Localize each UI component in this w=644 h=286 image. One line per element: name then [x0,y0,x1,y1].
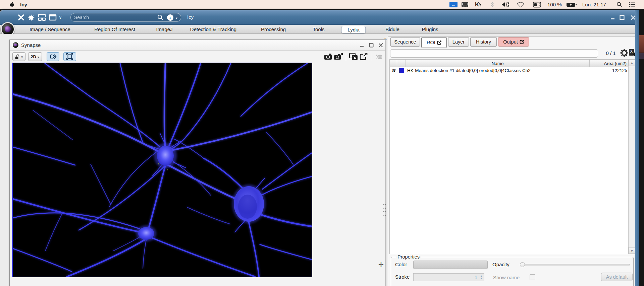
titlebar-search: i ∨ [70,13,181,22]
roi-filter-input[interactable] [390,49,598,58]
external-window-icon[interactable] [359,52,369,61]
layout-icon[interactable] [38,13,46,22]
chevron-down-icon[interactable]: ∨ [175,16,178,19]
panel-tab-output[interactable]: Output [498,37,529,47]
export-xls-icon[interactable]: X [628,49,635,59]
minimize-button[interactable] [609,14,616,21]
screenshot-icon[interactable] [323,52,333,61]
ribbon-tab-plugins[interactable]: Plugins [419,26,441,33]
as-default-button[interactable]: As default [601,273,633,281]
inspector-panel: Sequence ROI Layer History Output 0 / 1 … [388,36,635,286]
battery-icon[interactable] [566,0,577,9]
panel-tab-roi[interactable]: ROI [421,37,447,48]
ribbon-tab-image-sequence[interactable]: Image / Sequence [27,26,73,33]
view-mode-label: 2D [31,54,36,59]
wallpaper-fragment [639,53,644,59]
scroll-up-icon[interactable]: ∧ [629,60,635,66]
ribbon-tab-detection-tracking[interactable]: Detection & Tracking [187,26,239,33]
search-input[interactable] [71,15,157,20]
ribbon-tab-lydia[interactable]: Lydia [341,26,366,33]
bluetooth-icon[interactable] [490,0,494,9]
viewer-minimize-button[interactable] [359,42,365,48]
wallpaper-fragment [639,35,644,53]
show-name-checkbox[interactable] [530,274,535,280]
fit-canvas-button[interactable] [63,52,76,61]
maximize-button[interactable] [618,14,626,21]
chevron-down-icon[interactable]: ∨ [58,13,63,22]
window-edge [635,10,639,286]
ribbon-tab-imagej[interactable]: ImageJ [153,26,175,33]
viewer-close-button[interactable] [377,42,384,48]
neuron-image [13,63,312,277]
search-icon[interactable] [157,14,164,21]
screen-share-icon[interactable] [461,0,469,9]
screenshot-export-icon[interactable] [333,52,343,61]
roi-area: 122125 [590,68,627,73]
tools-icon[interactable] [17,13,25,22]
volume-icon[interactable] [501,0,509,9]
lock-button[interactable]: ∨ [12,52,25,61]
sequence-icon [13,42,18,48]
color-label: Color [395,262,407,267]
ribbon-tab-tools[interactable]: Tools [310,26,327,33]
panel-tab-sequence[interactable]: Sequence [390,37,420,47]
karabiner-icon[interactable]: K [475,0,482,9]
spotlight-icon[interactable] [616,0,622,9]
roi-table: Name Area (um2) u HK-Means detection #1 … [389,59,628,254]
color-picker-button[interactable] [413,261,488,269]
stroke-input[interactable]: 1 [413,273,484,281]
show-name-label: Show name [493,275,520,280]
ribbon-tab-bidule[interactable]: Bidule [383,26,402,33]
layers-toggle-button[interactable] [47,52,59,61]
panel-splitter-handle[interactable] [383,204,386,217]
panel-tab-layer[interactable]: Layer [448,37,469,47]
view-mode-select[interactable]: 2D ∨ [28,52,42,61]
synapse-titlebar[interactable]: Synapse [10,40,385,51]
roi-color-swatch[interactable] [399,68,404,73]
opacity-slider-thumb[interactable] [520,262,525,267]
move-cursor-icon: ✛ [378,261,384,269]
teamviewer-icon[interactable]: ↔ [449,0,458,9]
ribbon-tab-processing[interactable]: Processing [258,26,288,33]
scroll-down-icon[interactable]: ∨ [629,247,635,254]
opacity-label: Opacity [492,262,509,267]
column-header-area[interactable]: Area (um2) [590,60,628,67]
external-link-icon [520,40,524,44]
window-mode-icon[interactable] [48,13,57,22]
plugin-puzzle-icon[interactable] [27,13,36,22]
properties-group: Properties Color Opacity Stroke 1 ▲▼ Sho… [391,257,634,286]
apple-icon [9,2,14,7]
icy-titlebar: ∨ i ∨ Icy [0,10,637,25]
svg-text:X: X [630,49,633,53]
input-source-icon[interactable] [533,0,541,9]
stroke-stepper[interactable]: ▲▼ [479,273,484,281]
panel-tab-history[interactable]: History [470,37,497,47]
opacity-slider[interactable] [520,264,630,266]
macos-menubar: Icy ↔ K 100 % Lun. 21:17 [0,0,644,9]
chevron-down-icon: ∨ [21,55,23,59]
external-link-icon [437,41,441,45]
ribbon-tab-region-of-interest[interactable]: Region Of Interest [92,26,138,33]
desktop-edge [639,9,644,286]
roi-type-icon: u [392,67,395,73]
menu-list-icon[interactable] [629,0,635,9]
viewer-maximize-button[interactable] [368,42,375,48]
roi-table-scrollbar[interactable]: ∧ ∨ [628,59,635,254]
fit-rectangle-icon [66,53,73,60]
duplicate-view-icon[interactable] [348,52,359,61]
info-icon[interactable]: i [167,14,173,21]
menubar-app-name[interactable]: Icy [20,0,27,9]
menubar-clock[interactable]: Lun. 21:17 [582,0,606,9]
unlock-icon [15,54,20,59]
apple-menu[interactable] [9,0,14,9]
panel-collapse-icon[interactable]: « [384,36,387,41]
roi-table-row[interactable]: u HK-Means detection #1 dilated[0,0] ero… [390,67,628,74]
workspace: Synapse ∨ 2D ∨ [0,34,635,286]
column-header-name[interactable]: Name [406,60,590,67]
roi-name: HK-Means detection #1 dilated[0,0] erode… [407,68,531,73]
gear-icon[interactable] [620,49,628,58]
selection-count: 0 / 1 [603,50,619,56]
sequence-canvas[interactable] [12,63,312,277]
ribbon-tab-bar: Image / Sequence Region Of Interest Imag… [0,25,635,34]
wifi-icon[interactable] [517,0,525,9]
